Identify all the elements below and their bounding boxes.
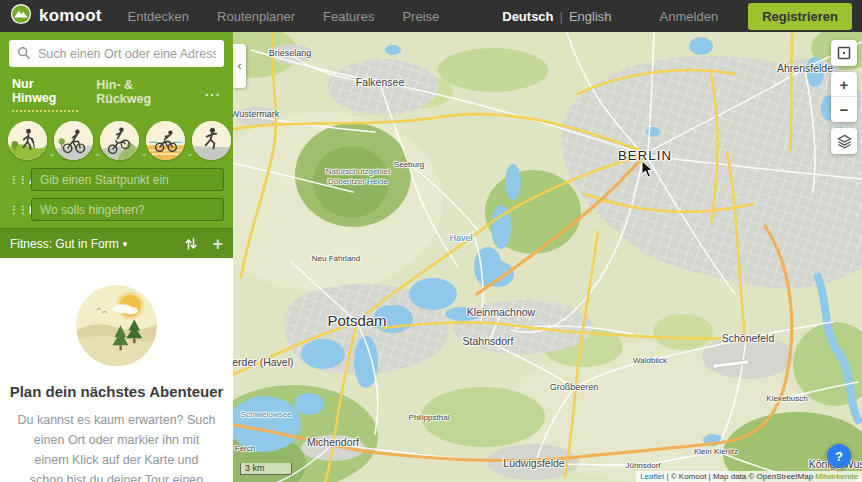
adventure-illustration [75, 284, 158, 367]
map-canvas[interactable]: Brieselang Falkensee Wustermark Ahrensfe… [233, 32, 862, 482]
nav-entdecken[interactable]: Entdecken [128, 9, 189, 24]
chevron-down-icon: ▾ [123, 239, 128, 249]
drag-handle-icon[interactable]: ⋮⋮ [9, 174, 27, 185]
sport-touring-bike[interactable] [54, 121, 93, 160]
add-waypoint-icon[interactable]: + [212, 235, 223, 253]
swap-waypoints-icon[interactable] [184, 237, 198, 251]
language-switcher: Deutsch | English [502, 9, 611, 24]
komoot-logo-icon [10, 3, 32, 29]
top-navigation-bar: komoot Entdecken Routenplaner Features P… [0, 0, 862, 32]
route-mode-tabs: Nur Hinweg Hin- & Rückweg ··· [0, 75, 233, 118]
nav-routenplaner[interactable]: Routenplaner [217, 9, 295, 24]
main-nav: Entdecken Routenplaner Features Preise [128, 9, 440, 24]
start-point-input[interactable] [31, 168, 224, 191]
language-english[interactable]: English [569, 9, 612, 24]
chevron-down-icon[interactable]: ⌄ [186, 148, 191, 158]
waypoint-a-label: ⋮⋮ A [9, 174, 31, 186]
topbar-right: Deutsch | English Anmelden Registrieren [502, 3, 852, 30]
komoot-logo[interactable]: komoot [10, 3, 102, 29]
waypoint-b-row: ⋮⋮ B [0, 196, 233, 223]
fitness-dropdown[interactable]: Fitness: Gut in Form [10, 237, 119, 251]
nav-preise[interactable]: Preise [402, 9, 439, 24]
map-terrain [233, 32, 862, 482]
planner-sidebar: Nur Hinweg Hin- & Rückweg ··· [0, 32, 233, 482]
chevron-down-icon[interactable]: ⌄ [140, 148, 145, 158]
brand-name: komoot [39, 6, 102, 26]
more-options-icon[interactable]: ··· [205, 87, 221, 102]
language-current[interactable]: Deutsch [502, 9, 553, 24]
map-scale-bar: 3 km [240, 463, 292, 475]
tab-hin-rueckweg[interactable]: Hin- & Rückweg [96, 78, 187, 111]
sport-selector: ⌄ ⌄ [0, 118, 233, 166]
planner-panel: Nur Hinweg Hin- & Rückweg ··· [0, 32, 233, 258]
destination-input[interactable] [31, 198, 224, 221]
sport-mountain-bike[interactable] [100, 121, 139, 160]
osm-contributors-link[interactable]: Mitwirkende [815, 472, 858, 481]
drag-handle-icon[interactable]: ⋮⋮ [9, 204, 27, 215]
waypoint-b-label: ⋮⋮ B [9, 204, 31, 216]
fullscreen-button[interactable] [831, 40, 857, 66]
sport-running[interactable] [192, 121, 231, 160]
zoom-out-button[interactable]: − [831, 97, 857, 122]
chevron-down-icon[interactable]: ⌄ [94, 148, 99, 158]
empty-state-title: Plan dein nächstes Abenteuer [0, 383, 233, 400]
komoot-route-planner: komoot Entdecken Routenplaner Features P… [0, 0, 862, 482]
location-search-input[interactable] [9, 40, 224, 67]
sidebar-collapse-button[interactable]: ‹ [233, 44, 246, 88]
login-link[interactable]: Anmelden [660, 9, 719, 24]
tab-nur-hinweg[interactable]: Nur Hinweg [12, 77, 78, 112]
sport-road-bike[interactable] [146, 121, 185, 160]
map-attribution: Leaflet | © Komoot | Map data © OpenStre… [636, 471, 862, 482]
search-icon [17, 46, 31, 60]
map-layers-button[interactable] [831, 128, 857, 154]
help-button[interactable]: ? [827, 444, 851, 468]
register-button[interactable]: Registrieren [748, 3, 852, 30]
zoom-in-button[interactable]: + [831, 72, 857, 97]
sport-hiking[interactable] [8, 121, 47, 160]
chevron-down-icon[interactable]: ⌄ [48, 148, 53, 158]
empty-state-panel: Plan dein nächstes Abenteuer Du kannst e… [0, 258, 233, 482]
waypoint-a-row: ⋮⋮ A [0, 166, 233, 193]
nav-features[interactable]: Features [323, 9, 374, 24]
leaflet-link[interactable]: Leaflet [640, 472, 664, 481]
fitness-bar: Fitness: Gut in Form ▾ + [0, 228, 233, 258]
empty-state-description: Du kannst es kaum erwarten? Such einen O… [0, 400, 233, 482]
language-separator: | [560, 9, 563, 24]
attribution-text: | © Komoot | Map data © OpenStreetMap [664, 472, 815, 481]
zoom-control: + − [831, 72, 857, 122]
